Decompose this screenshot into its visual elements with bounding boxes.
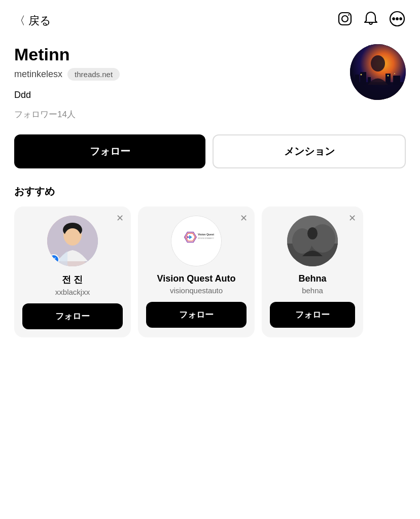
svg-point-5 <box>396 18 398 20</box>
profile-name: Metinn <box>14 44 340 65</box>
instagram-icon[interactable] <box>337 11 353 30</box>
rec-name-3: Behna <box>298 273 326 284</box>
profile-handle-row: metinkelesx threads.net <box>14 68 340 81</box>
followers-count: フォロワー14人 <box>14 109 340 120</box>
profile-section: Metinn metinkelesx threads.net Ddd フォロワー… <box>0 39 420 120</box>
svg-point-30 <box>307 227 318 239</box>
rec-handle-3: behna <box>302 286 323 295</box>
rec-avatar-2: Vision Quest Auto DRIVING DREAMS FORWARD <box>171 216 222 266</box>
profile-handle: metinkelesx <box>14 69 62 80</box>
verified-check-icon: ✓ <box>52 256 56 263</box>
close-card-3-button[interactable]: ✕ <box>348 213 356 224</box>
svg-point-16 <box>388 75 389 77</box>
avatar <box>350 44 406 100</box>
action-buttons: フォロー メンション <box>0 134 420 168</box>
svg-point-1 <box>342 16 348 22</box>
svg-rect-8 <box>350 82 406 100</box>
svg-text:Vision Quest Auto: Vision Quest Auto <box>198 233 214 236</box>
close-card-2-button[interactable]: ✕ <box>240 213 248 224</box>
rec-name-1: 전 진 <box>62 273 83 286</box>
rec-avatar-3 <box>287 216 338 266</box>
header-icons <box>337 10 406 31</box>
svg-text:DRIVING DREAMS FORWARD: DRIVING DREAMS FORWARD <box>198 237 214 239</box>
rec-follow-button-3[interactable]: フォロー <box>270 302 355 328</box>
logo-container: Vision Quest Auto DRIVING DREAMS FORWARD <box>171 216 221 266</box>
svg-point-15 <box>361 74 362 76</box>
header: 〈 戻る <box>0 0 420 39</box>
svg-rect-0 <box>339 13 351 25</box>
svg-point-14 <box>371 55 385 72</box>
profile-top: Metinn metinkelesx threads.net Ddd フォロワー… <box>14 44 406 120</box>
rec-handle-2: visionquestauto <box>170 286 223 295</box>
rec-follow-button-2[interactable]: フォロー <box>146 302 247 328</box>
recommended-title: おすすめ <box>14 185 406 198</box>
profile-info: Metinn metinkelesx threads.net Ddd フォロワー… <box>14 44 340 120</box>
svg-rect-13 <box>393 76 400 85</box>
threads-badge[interactable]: threads.net <box>67 68 120 81</box>
svg-point-21 <box>64 228 81 246</box>
svg-rect-9 <box>355 75 359 85</box>
back-button[interactable]: 〈 戻る <box>14 13 51 28</box>
more-icon[interactable] <box>389 10 406 31</box>
svg-point-6 <box>400 18 402 20</box>
rec-card-1: ✕ ✓ 전 진 <box>14 206 131 337</box>
svg-point-4 <box>393 18 395 20</box>
mention-button[interactable]: メンション <box>213 134 406 168</box>
rec-card-2: ✕ Vision Quest Auto DRIVING DREAMS FORWA… <box>138 206 255 337</box>
avatar-image <box>350 44 406 100</box>
recommended-section: おすすめ ✕ ✓ <box>0 185 420 337</box>
rec-handle-1: xxblackjxx <box>55 288 90 296</box>
profile-bio: Ddd <box>14 90 340 100</box>
svg-point-17 <box>394 73 395 74</box>
bell-icon[interactable] <box>363 11 378 30</box>
follow-button[interactable]: フォロー <box>14 134 205 168</box>
rec-card-3: ✕ Behna behna フォロー <box>262 206 363 337</box>
close-card-1-button[interactable]: ✕ <box>116 213 124 224</box>
rec-name-2: Vision Quest Auto <box>157 273 235 284</box>
back-label: 〈 戻る <box>14 13 51 28</box>
recommended-cards: ✕ ✓ 전 진 <box>14 206 406 337</box>
svg-point-2 <box>348 14 349 15</box>
rec-follow-button-1[interactable]: フォロー <box>22 303 123 329</box>
rec-avatar-1: ✓ <box>47 216 98 266</box>
verified-badge-1: ✓ <box>48 254 59 265</box>
